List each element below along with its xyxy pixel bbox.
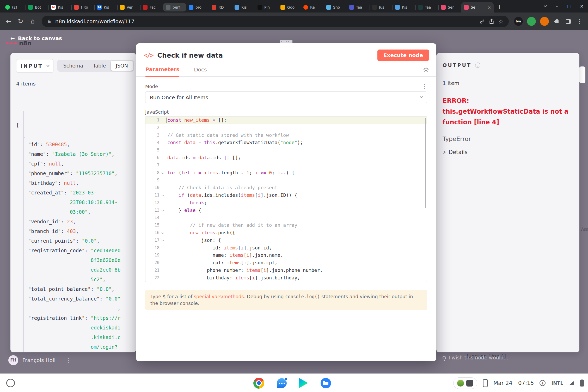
code-line[interactable]: 15 // if new data then add it to an arra…	[145, 222, 427, 229]
reload-icon[interactable]: ↻	[15, 16, 26, 27]
browser-tab[interactable]: Bot	[26, 2, 48, 13]
code-line[interactable]: 1const new_items = [];	[145, 117, 427, 124]
browser-tab[interactable]: Tea	[415, 2, 438, 13]
browser-tab[interactable]: Fac	[140, 2, 163, 13]
input-view-tab-schema[interactable]: Schema	[58, 61, 88, 71]
fold-icon[interactable]	[160, 237, 167, 244]
browser-tab[interactable]: Kis	[232, 2, 255, 13]
browser-tab[interactable]: Jus	[370, 2, 393, 13]
code-line[interactable]: 7	[145, 162, 427, 169]
code-line[interactable]: 14	[145, 214, 427, 222]
special-vars-link[interactable]: special vars/methods	[194, 294, 244, 299]
code-line[interactable]: 18 id: items[i].json.id,	[145, 244, 427, 252]
back-icon[interactable]: ←	[3, 16, 14, 27]
url-text[interactable]: n8n.kiskadi.com/workflow/117	[55, 18, 476, 24]
network-signal-icon[interactable]	[569, 381, 574, 385]
close-window-button[interactable]: ×	[575, 0, 588, 13]
code-line[interactable]: 20 cpf: items[i].json.cpf,	[145, 259, 427, 267]
code-line[interactable]: 19 name: items[i].json.name,	[145, 252, 427, 259]
browser-tab[interactable]: 24Kis	[94, 2, 117, 13]
browser-tab[interactable]: Pin	[255, 2, 278, 13]
code-line[interactable]: 2	[145, 124, 427, 132]
play-store-icon[interactable]	[299, 378, 308, 388]
browser-tab[interactable]: Kis	[393, 2, 415, 13]
code-line[interactable]: 3// Get static data stored with the work…	[145, 132, 427, 139]
code-line[interactable]: 6data.ids = data.ids || [];	[145, 154, 427, 162]
code-line[interactable]: 17 json: {	[145, 237, 427, 244]
code-line[interactable]: 13 } else {	[145, 207, 427, 214]
code-line[interactable]: 4const data = this.getWorkflowStaticData…	[145, 139, 427, 146]
shelf-time[interactable]: 07:15	[518, 380, 534, 386]
mode-select[interactable]: Run Once for All Items	[145, 91, 427, 103]
browser-tab[interactable]: Tea	[347, 2, 370, 13]
code-line[interactable]: 11 if (data.ids.includes(items[i].json.I…	[145, 192, 427, 199]
files-app-icon[interactable]	[321, 378, 331, 388]
user-menu-kebab-icon[interactable]: ⋮	[65, 357, 71, 364]
browser-tab[interactable]: MKis	[48, 2, 71, 13]
collapsed-panel-handle[interactable]	[579, 66, 585, 83]
code-line[interactable]: 10 // Check if data is already present	[145, 184, 427, 192]
node-feedback-link[interactable]: I wish this node would...	[443, 355, 508, 360]
parameter-options-kebab-icon[interactable]: ⋮	[422, 83, 427, 89]
user-menu[interactable]: FH François Holl ⋮	[8, 355, 71, 365]
holding-space-tray[interactable]	[453, 377, 477, 389]
browser-menu-kebab-icon[interactable]: ⋮	[574, 16, 585, 27]
phone-hub-icon[interactable]	[483, 379, 488, 387]
maximize-button[interactable]: □	[563, 0, 575, 13]
code-line[interactable]: 8for (let i = items.length - 1; i >= 0; …	[145, 169, 427, 177]
launcher-icon[interactable]	[6, 379, 15, 387]
fold-icon[interactable]	[160, 192, 167, 199]
browser-tab[interactable]: Re	[301, 2, 324, 13]
browser-tab[interactable]: pro	[186, 2, 209, 13]
code-line[interactable]: 9	[145, 176, 427, 184]
error-details-toggle[interactable]: Details	[443, 149, 573, 155]
minimize-button[interactable]: –	[550, 0, 563, 13]
tab-docs[interactable]: Docs	[194, 66, 207, 76]
code-line[interactable]: 16 new_items.push({	[145, 229, 427, 237]
info-icon[interactable]: i	[475, 63, 480, 68]
code-line[interactable]: 22 birthday: items[i].json.birthday,	[145, 274, 427, 282]
extension-record-icon[interactable]	[540, 17, 549, 26]
fold-icon[interactable]	[160, 229, 167, 237]
browser-tab[interactable]: RD	[209, 2, 232, 13]
editor-scrollbar[interactable]	[425, 118, 426, 208]
code-line[interactable]: 21 phone_number: items[i].json.phone_num…	[145, 267, 427, 274]
address-bar[interactable]: n8n.kiskadi.com/workflow/117 ☆	[42, 16, 509, 27]
bookmark-star-icon[interactable]: ☆	[498, 18, 504, 25]
share-icon[interactable]	[489, 19, 494, 24]
browser-tab[interactable]: perf	[163, 3, 186, 11]
fold-icon[interactable]	[160, 169, 167, 177]
tab-parameters[interactable]: Parameters	[145, 66, 179, 77]
input-json-view[interactable]: [ { "id": 5300485, "name": "Izabela (3o …	[16, 91, 130, 352]
keyboard-layout-badge[interactable]: INTL	[551, 380, 563, 386]
extension-avatar-icon[interactable]	[527, 17, 536, 26]
side-panel-icon[interactable]	[563, 16, 573, 27]
tab-close-icon[interactable]: ×	[488, 5, 491, 10]
input-view-tab-json[interactable]: JSON	[111, 61, 133, 71]
extensions-puzzle-icon[interactable]	[552, 16, 562, 27]
browser-tab[interactable]: (2)	[3, 2, 26, 13]
browser-tab[interactable]: Se×	[461, 2, 494, 13]
input-source-selector[interactable]: INPUT	[16, 59, 53, 73]
browser-tab[interactable]: Goo	[278, 2, 301, 13]
node-settings-gear-icon[interactable]	[423, 67, 429, 74]
back-to-canvas-link[interactable]: ← Back to canvas	[10, 35, 62, 41]
shelf-date[interactable]: Mar 24	[493, 380, 512, 386]
browser-tab[interactable]: Sho	[324, 2, 347, 13]
input-view-tab-table[interactable]: Table	[88, 61, 111, 71]
code-editor[interactable]: 1const new_items = [];23// Get static da…	[145, 116, 427, 282]
fold-icon[interactable]	[160, 207, 167, 214]
code-line[interactable]: 5	[145, 146, 427, 154]
browser-tab[interactable]: ! Ro	[71, 2, 94, 13]
chat-app-icon[interactable]	[277, 378, 287, 388]
browser-tab[interactable]: Ver	[117, 2, 140, 13]
extension-bw-icon[interactable]: bw	[514, 17, 523, 26]
chrome-icon[interactable]	[253, 378, 264, 389]
plus-circle-icon[interactable]: +	[540, 380, 546, 386]
browser-tab[interactable]: Ser	[438, 2, 461, 13]
code-line[interactable]: 12 break;	[145, 199, 427, 207]
execute-node-button[interactable]: Execute node	[377, 50, 429, 61]
tab-search-icon[interactable]	[540, 0, 550, 13]
new-tab-button[interactable]: +	[495, 3, 504, 11]
key-icon[interactable]	[479, 19, 485, 24]
